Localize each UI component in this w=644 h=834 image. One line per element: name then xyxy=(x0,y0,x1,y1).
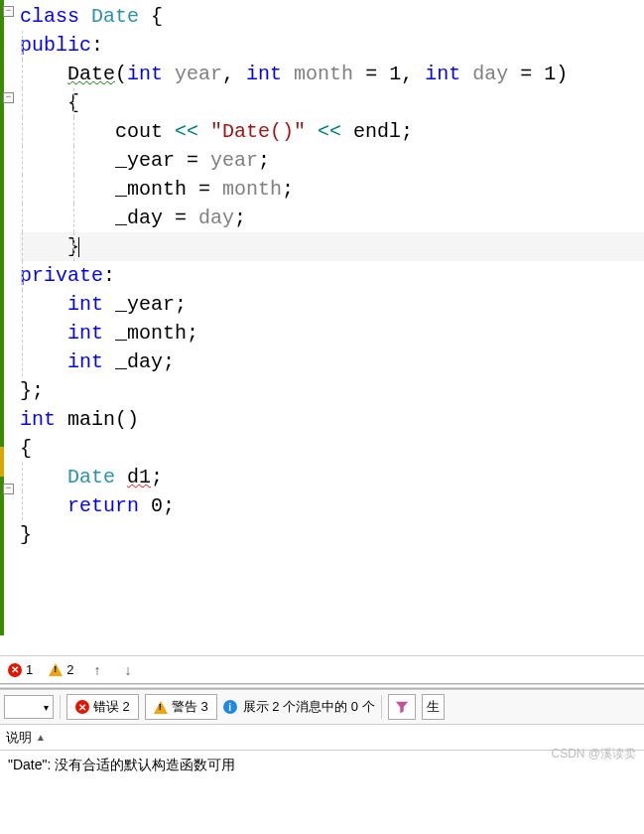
type: int xyxy=(67,322,103,345)
num: 1 xyxy=(377,63,401,85)
eq: = xyxy=(175,207,187,229)
error-count: 1 xyxy=(26,662,33,677)
ident: day xyxy=(187,207,234,229)
num: 1 xyxy=(532,63,556,85)
eq: = xyxy=(365,63,377,85)
sort-arrow-icon: ▲ xyxy=(36,732,46,743)
change-marker xyxy=(0,0,4,447)
warning-count: 2 xyxy=(66,662,73,677)
chevron-down-icon: ▾ xyxy=(44,702,49,713)
ident: endl xyxy=(341,120,401,143)
next-arrow[interactable]: ↓ xyxy=(120,662,135,678)
type: int xyxy=(127,63,163,85)
messages-label: 展示 2 个消息中的 0 个 xyxy=(243,698,375,716)
prev-arrow[interactable]: ↑ xyxy=(89,662,104,678)
type: int xyxy=(67,293,103,316)
error-list-row[interactable]: "Date": 没有合适的默认构造函数可用 xyxy=(0,751,644,780)
messages-filter[interactable]: i 展示 2 个消息中的 0 个 xyxy=(223,698,375,716)
info-icon: i xyxy=(223,700,237,714)
paren: ( xyxy=(115,63,127,85)
semi: ; xyxy=(258,149,270,172)
type: int xyxy=(425,63,460,85)
comma: , xyxy=(401,63,425,85)
editor-gutter: − − − xyxy=(0,0,20,655)
error-list-toolbar: ▾ ✕ 错误 2 警告 3 i 展示 2 个消息中的 0 个 生 xyxy=(0,689,644,725)
ident: _day xyxy=(103,350,163,373)
errors-label: 错误 2 xyxy=(93,698,130,716)
warning-icon xyxy=(154,701,168,714)
function-name: main xyxy=(56,408,115,431)
text-cursor xyxy=(78,237,79,257)
change-marker xyxy=(0,477,4,635)
semi: ; xyxy=(175,293,187,316)
semi: ; xyxy=(163,494,175,517)
brace: { xyxy=(151,5,163,28)
error-ident: d1 xyxy=(127,466,151,488)
ident: _month xyxy=(115,178,198,201)
brace: } xyxy=(20,523,32,546)
colon: : xyxy=(91,34,103,57)
divider xyxy=(60,695,61,719)
status-summary-bar: ✕ 1 2 ↑ ↓ xyxy=(0,655,644,683)
description-column-header[interactable]: 说明 xyxy=(6,729,32,747)
semi: ; xyxy=(234,207,246,229)
build-label: 生 xyxy=(427,698,440,716)
column-header-row: 说明 ▲ xyxy=(0,725,644,751)
warnings-label: 警告 3 xyxy=(172,698,208,716)
filter-button[interactable] xyxy=(388,694,416,720)
semi: ; xyxy=(32,379,44,402)
divider xyxy=(381,695,382,719)
funnel-icon xyxy=(395,700,409,714)
param: day xyxy=(460,63,520,85)
keyword: private xyxy=(20,264,103,287)
error-icon: ✕ xyxy=(75,700,89,714)
error-summary[interactable]: ✕ 1 xyxy=(8,662,33,677)
ident: cout xyxy=(115,120,175,143)
scope-dropdown[interactable]: ▾ xyxy=(4,695,54,719)
operator: << xyxy=(175,120,198,143)
colon: : xyxy=(103,264,115,287)
semi: ; xyxy=(401,120,413,143)
operator: << xyxy=(318,120,341,143)
parens: () xyxy=(115,408,139,431)
eq: = xyxy=(198,178,210,201)
num: 0 xyxy=(139,494,163,517)
errors-filter-button[interactable]: ✕ 错误 2 xyxy=(66,694,139,720)
ident: _day xyxy=(115,207,175,229)
string: "Date()" xyxy=(198,120,318,143)
warnings-filter-button[interactable]: 警告 3 xyxy=(145,694,217,720)
warning-summary[interactable]: 2 xyxy=(49,662,73,677)
watermark-text: CSDN @溪读卖 xyxy=(551,746,636,763)
brace: } xyxy=(20,379,32,402)
semi: ; xyxy=(187,322,198,345)
fold-toggle[interactable]: − xyxy=(3,6,14,17)
semi: ; xyxy=(163,350,175,373)
type: int xyxy=(20,408,56,431)
change-marker-modified xyxy=(0,447,4,477)
type: int xyxy=(246,63,282,85)
function-name: Date xyxy=(67,63,115,85)
type: int xyxy=(67,350,103,373)
warning-icon xyxy=(49,663,63,676)
ident: _month xyxy=(103,322,187,345)
keyword: return xyxy=(67,494,139,517)
keyword: public xyxy=(20,34,91,57)
ident: _year xyxy=(103,293,175,316)
class-name: Date xyxy=(79,5,151,28)
semi: ; xyxy=(151,466,163,488)
eq: = xyxy=(520,63,532,85)
code-editor[interactable]: − − − class Date { public: Date(int year… xyxy=(0,0,644,655)
class-name: Date xyxy=(67,466,127,488)
ident: month xyxy=(210,178,282,201)
build-filter-button[interactable]: 生 xyxy=(422,694,445,720)
fold-toggle[interactable]: − xyxy=(3,484,14,494)
error-description: "Date": 没有合适的默认构造函数可用 xyxy=(8,757,235,772)
error-icon: ✕ xyxy=(8,663,22,677)
code-content[interactable]: class Date { public: Date(int year, int … xyxy=(20,0,644,549)
semi: ; xyxy=(282,178,294,201)
param: year xyxy=(163,63,222,85)
fold-toggle[interactable]: − xyxy=(3,92,14,103)
ident: year xyxy=(198,149,258,172)
eq: = xyxy=(187,149,198,172)
keyword: class xyxy=(20,5,79,28)
